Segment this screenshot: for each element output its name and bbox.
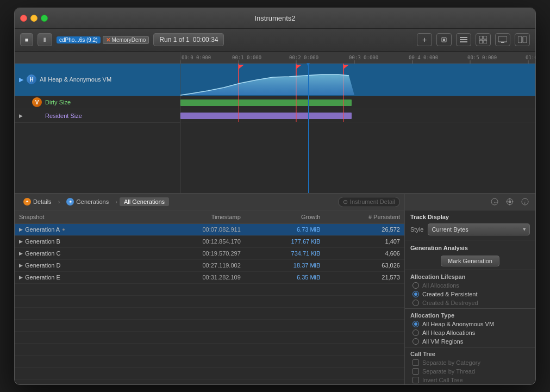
table-header: Snapshot Timestamp Growth # Persistent: [15, 210, 404, 224]
x-icon: ✕: [106, 37, 110, 43]
table-row[interactable]: ▶ Generation C 00:19.570.297 734.71 KiB …: [15, 248, 404, 260]
th-persistent[interactable]: # Persistent: [324, 213, 404, 221]
row-chevron-2[interactable]: ▶: [19, 251, 23, 256]
checkbox-invert-btn[interactable]: [412, 377, 419, 383]
created-destroyed-label: Created & Destroyed: [422, 300, 478, 306]
radio-created-destroyed-btn[interactable]: [412, 300, 419, 306]
td-snapshot-2: ▶ Generation C: [15, 249, 165, 258]
breadcrumb-details[interactable]: ✦ Details: [19, 197, 56, 207]
close-button[interactable]: [20, 15, 27, 22]
run-label: Run 1 of 1: [159, 36, 189, 43]
grid-button[interactable]: [476, 33, 491, 46]
th-timestamp[interactable]: Timestamp: [165, 213, 245, 221]
checkbox-sep-thread: Separate by Thread: [405, 367, 535, 376]
sep-category-label: Separate by Category: [422, 359, 480, 366]
td-persistent-3: 63,026: [324, 261, 404, 270]
heap-alloc-label: All Heap Allocations: [422, 329, 475, 336]
breadcrumb-nav: ✦ Details › ◈ Generations › All Generati…: [15, 194, 404, 210]
radio-all-allocations: All Allocations: [405, 281, 535, 290]
checkbox-sep-category-btn[interactable]: [412, 359, 419, 366]
svg-rect-12: [523, 36, 527, 43]
radio-heap-alloc-btn[interactable]: [412, 329, 419, 336]
svg-text:00:5 0:000: 00:5 0:000: [467, 55, 497, 60]
invert-call-tree-label: Invert Call Tree: [422, 377, 463, 383]
row-chevron-4[interactable]: ▶: [19, 275, 23, 280]
radio-heap-alloc: All Heap Allocations: [405, 328, 535, 337]
table-row-empty: [15, 308, 404, 320]
svg-text:00:4 0:000: 00:4 0:000: [409, 55, 438, 60]
table-row[interactable]: ▶ Generation A ● 00:07.082.911 6.73 MiB …: [15, 224, 404, 236]
svg-rect-45: [509, 198, 510, 200]
svg-rect-33: [180, 99, 352, 106]
svg-rect-10: [501, 42, 504, 43]
svg-rect-7: [479, 40, 483, 43]
svg-rect-2: [460, 37, 467, 38]
svg-text:00:0 0:000: 00:0 0:000: [182, 55, 211, 60]
call-tree-header: Call Tree: [405, 349, 535, 358]
radio-all-allocations-btn[interactable]: [412, 282, 419, 289]
th-snapshot[interactable]: Snapshot: [15, 213, 165, 221]
breadcrumb-sep1: ›: [58, 198, 60, 205]
table-row[interactable]: ▶ Generation B 00:12.854.170 177.67 KiB …: [15, 236, 404, 248]
layout-button[interactable]: [515, 33, 530, 46]
td-growth-4: 6.35 MiB: [245, 273, 325, 282]
monitor-button[interactable]: [495, 33, 510, 46]
row-chevron-3[interactable]: ▶: [19, 263, 23, 268]
th-growth[interactable]: Growth: [245, 213, 325, 221]
instrument-detail-search[interactable]: ⊖ Instrument Detail: [338, 197, 400, 207]
divider4: [405, 347, 535, 347]
rp-info-button[interactable]: i: [519, 196, 531, 208]
row-chevron-0[interactable]: ▶: [19, 227, 23, 232]
stop-button[interactable]: ■: [20, 33, 33, 46]
row-chevron-1[interactable]: ▶: [19, 239, 23, 244]
td-snapshot-0: ▶ Generation A ●: [15, 225, 165, 234]
generations-icon: ◈: [66, 198, 74, 206]
track1-label: All Heap & Anonymous VM: [40, 76, 111, 83]
minimize-button[interactable]: [30, 15, 38, 22]
track1-chevron[interactable]: ▶: [19, 76, 23, 83]
pause-button[interactable]: ⏸: [38, 33, 52, 46]
radio-vm-regions-btn[interactable]: [412, 338, 419, 345]
breadcrumb-generations[interactable]: ◈ Generations: [62, 197, 113, 207]
breadcrumb-sep2: ›: [115, 198, 117, 205]
track2-chevron[interactable]: ▶: [19, 113, 29, 119]
td-snapshot-4: ▶ Generation E: [15, 273, 165, 282]
generation-a-marker: ●: [62, 227, 65, 232]
radio-created-persistent-btn[interactable]: [412, 291, 419, 297]
svg-text:00:3 0:000: 00:3 0:000: [349, 55, 378, 60]
td-timestamp-2: 00:19.570.297: [165, 249, 245, 258]
list-button[interactable]: [456, 33, 471, 46]
cpu-button[interactable]: [436, 33, 452, 46]
run-time: 00:00:34: [193, 36, 218, 43]
td-persistent-0: 26,572: [324, 225, 404, 234]
svg-text:00:2 0:000: 00:2 0:000: [289, 55, 318, 60]
style-select[interactable]: Current Bytes ▾: [428, 223, 530, 235]
vm-icon: V: [32, 97, 42, 107]
mark-generation-button[interactable]: Mark Generation: [441, 256, 499, 266]
td-timestamp-3: 00:27.119.002: [165, 261, 245, 270]
radio-heap-anon: All Heap & Anonymous VM: [405, 320, 535, 328]
radio-heap-anon-btn[interactable]: [412, 321, 419, 327]
checkbox-sep-category: Separate by Category: [405, 358, 535, 367]
all-allocations-label: All Allocations: [422, 282, 459, 289]
td-growth-2: 734.71 KiB: [245, 249, 325, 258]
radio-vm-regions: All VM Regions: [405, 337, 535, 346]
td-timestamp-0: 00:07.082.911: [165, 225, 245, 234]
device-badge: cdPho...6s (9.2): [57, 36, 101, 43]
rp-settings-button[interactable]: [504, 196, 516, 208]
created-persistent-label: Created & Persistent: [422, 291, 478, 297]
svg-rect-48: [512, 201, 514, 202]
generation-analysis-header: Generation Analysis: [405, 241, 535, 253]
fullscreen-button[interactable]: [41, 15, 48, 22]
svg-rect-1: [443, 39, 445, 41]
style-row: Style Current Bytes ▾: [405, 222, 535, 239]
add-button[interactable]: +: [417, 33, 432, 46]
table-row-empty: [15, 356, 404, 368]
table-row[interactable]: ▶ Generation D 00:27.119.002 18.37 MiB 6…: [15, 260, 404, 272]
svg-point-43: [509, 201, 511, 203]
table-row[interactable]: ▶ Generation E 00:31.282.109 6.35 MiB 21…: [15, 272, 404, 284]
breadcrumb-all-generations[interactable]: All Generations: [120, 197, 169, 206]
rp-back-button[interactable]: ←: [489, 196, 501, 208]
svg-marker-32: [343, 65, 349, 69]
checkbox-sep-thread-btn[interactable]: [412, 368, 419, 375]
